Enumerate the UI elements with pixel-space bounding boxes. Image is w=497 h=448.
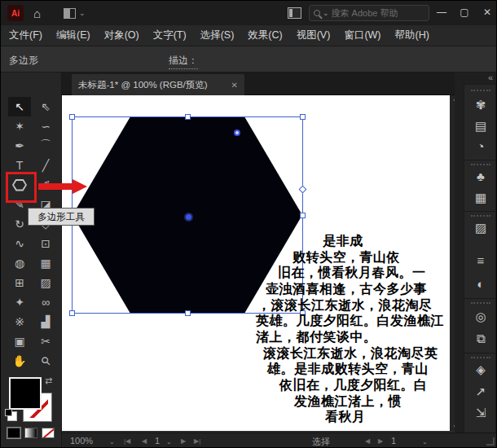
selection-tool[interactable]: ↖ xyxy=(8,97,31,116)
libraries-panel-icon[interactable]: ▤ xyxy=(464,119,497,134)
status-next-icon[interactable]: ▶ xyxy=(378,437,383,445)
search-placeholder: 搜索 Adobe 帮助 xyxy=(332,7,398,20)
next-artboard-icon[interactable]: ▶ xyxy=(181,437,186,445)
document-tab[interactable]: 未标题-1* @ 100% (RGB/预览) ✕ xyxy=(72,74,244,95)
home-icon[interactable]: ⌂ xyxy=(33,7,41,20)
hand-tool[interactable]: ✋ xyxy=(8,351,31,371)
magic-wand-tool[interactable]: ✶ xyxy=(8,116,31,136)
panel-group-grip[interactable] xyxy=(471,90,490,91)
menu-help[interactable]: 帮助(H) xyxy=(395,29,429,42)
status-prev-icon[interactable]: ◀ xyxy=(365,437,370,445)
stroke-weight-label[interactable]: 描边： xyxy=(169,54,198,69)
perspective-grid-tool[interactable]: ▦ xyxy=(34,253,57,273)
collapse-panels-icon[interactable]: « xyxy=(488,72,493,82)
menu-edit[interactable]: 编辑(E) xyxy=(56,29,90,42)
resize-grip[interactable] xyxy=(486,437,495,446)
poem-line: 壶浊酒喜相逢，古今多少事 xyxy=(266,281,427,296)
tab-close-icon[interactable]: ✕ xyxy=(231,81,238,90)
zoom-tool[interactable]: ⚲ xyxy=(34,351,57,371)
search-input[interactable]: ⌄ 搜索 Adobe 帮助 xyxy=(309,5,429,21)
workspace-switcher[interactable]: ⌄ xyxy=(64,8,86,19)
swap-fill-stroke-icon[interactable]: ⇄ xyxy=(45,376,52,386)
maximize-button[interactable]: ▢ xyxy=(454,1,475,24)
workspace-icon xyxy=(64,8,76,19)
poem-line: 渚上，都付笑谈中。 xyxy=(256,329,377,345)
app-logo-icon: Ai xyxy=(7,5,24,21)
blend-tool[interactable]: ∞ xyxy=(34,292,57,312)
menu-select[interactable]: 选择(S) xyxy=(200,29,235,42)
chevron-down-icon[interactable]: ⌄ xyxy=(166,438,172,446)
export-panel-icon[interactable]: ↗ xyxy=(464,384,497,399)
handle-top-left[interactable] xyxy=(69,114,75,120)
asset-export-panel-icon[interactable]: ⇲ xyxy=(464,406,497,420)
stroke-panel-icon[interactable]: ≡ xyxy=(464,253,497,267)
close-button[interactable]: ✕ xyxy=(477,1,497,24)
curvature-tool[interactable]: ⌒ xyxy=(34,136,57,156)
artboards-panel-icon[interactable]: ⧉ xyxy=(464,332,497,346)
handle-top-center[interactable] xyxy=(185,114,191,120)
zoom-level-value[interactable]: 100% xyxy=(70,436,93,446)
slice-tool[interactable]: ✂ xyxy=(34,332,57,351)
appearance-panel-icon[interactable]: ◎ xyxy=(464,310,497,324)
handle-top-right[interactable] xyxy=(300,114,306,120)
panel-divider xyxy=(464,160,497,160)
swatches-panel-icon[interactable]: ▦ xyxy=(464,191,497,205)
color-guide-panel-icon[interactable]: ◔ xyxy=(464,139,497,153)
status-value[interactable]: 1 xyxy=(391,436,396,446)
poem-line: 旧在，惯看秋月春风。一 xyxy=(278,265,426,280)
side-count-widget[interactable] xyxy=(299,186,307,194)
symbol-sprayer-tool[interactable]: ※ xyxy=(8,312,31,332)
menu-window[interactable]: 窗口(W) xyxy=(344,29,380,42)
panel-group-grip[interactable] xyxy=(471,215,490,217)
direct-selection-tool[interactable]: ⇖ xyxy=(34,97,57,116)
pen-tool[interactable]: ✒ xyxy=(8,136,31,156)
poem-line: 发渔樵江渚上，惯 xyxy=(294,393,402,409)
eyedropper-tool[interactable]: ✦ xyxy=(8,292,31,312)
tool-grid: ↖ ⇖ ✶ ∽ ✒ ⌒ T ╱ ✐ ✎ ◪ ↻ ◇ ∿ ⊡ ◍ ▦ ⊞ ▨ ✦ … xyxy=(8,97,57,371)
layers-panel-icon[interactable]: ◈ xyxy=(464,362,497,377)
options-bar: 多边形 ⌄ ⌄ 描边： ⌃ ⌄ ⌄ ⌄ ∷ ⋮P ⌄ ≣ xyxy=(1,46,497,72)
poem-line: 依旧在，几度夕阳红。白 xyxy=(279,377,428,393)
chevron-down-icon[interactable]: ⌄ xyxy=(422,438,428,446)
poem-line: 雄。是非成败转头空，青山 xyxy=(267,361,429,376)
panel-icon-well: ✾ ▤ ◔ ♣ ▦ ▨ ≡ ◐ ◎ ⧉ ◈ ↗ ⇲ xyxy=(464,84,496,442)
column-graph-tool[interactable]: ▟ xyxy=(34,312,57,332)
symbols-panel-icon[interactable]: ♣ xyxy=(464,169,497,183)
menu-effect[interactable]: 效果(C) xyxy=(248,29,282,42)
transparency-panel-icon[interactable]: ◐ xyxy=(464,277,497,291)
menu-object[interactable]: 对象(O) xyxy=(104,29,139,42)
first-artboard-icon[interactable]: |◀ xyxy=(124,437,130,445)
panel-group-grip[interactable] xyxy=(471,164,490,165)
fill-color-indicator[interactable] xyxy=(9,377,42,410)
mesh-tool[interactable]: ⊞ xyxy=(8,273,31,292)
gradient-mode-button[interactable] xyxy=(24,428,37,438)
handle-bottom-left[interactable] xyxy=(69,310,75,316)
color-panel-icon[interactable]: ✾ xyxy=(464,98,497,112)
lasso-tool[interactable]: ∽ xyxy=(34,116,57,136)
chevron-down-icon[interactable]: ⌄ xyxy=(109,438,115,446)
handle-bottom-center[interactable] xyxy=(185,310,191,316)
panel-group-grip[interactable] xyxy=(471,302,490,304)
free-transform-tool[interactable]: ⊡ xyxy=(34,234,57,253)
panel-group-grip[interactable] xyxy=(471,357,490,358)
shape-builder-tool[interactable]: ◍ xyxy=(8,253,31,273)
artboard-tool[interactable]: ▣ xyxy=(8,332,31,351)
previous-artboard-icon[interactable]: ◀ xyxy=(142,437,147,445)
handle-middle-right[interactable] xyxy=(300,213,306,218)
last-artboard-icon[interactable]: ▶| xyxy=(194,437,200,445)
width-tool[interactable]: ∿ xyxy=(8,234,31,253)
line-segment-tool[interactable]: ╱ xyxy=(34,156,57,175)
none-mode-button[interactable] xyxy=(42,428,55,438)
gradient-panel-icon[interactable]: ▨ xyxy=(464,221,497,235)
artboard-number-value[interactable]: 1 xyxy=(155,436,160,446)
menu-file[interactable]: 文件(F) xyxy=(9,29,42,42)
artboard-canvas[interactable]: 是非成 败转头空，青山依 旧在，惯看秋月春风。一 壶浊酒喜相逢，古今多少事 ，滚… xyxy=(62,95,450,431)
gradient-tool[interactable]: ▨ xyxy=(34,273,57,292)
default-fill-stroke-icon[interactable] xyxy=(7,411,17,421)
arrange-documents-icon[interactable] xyxy=(288,7,301,19)
minimize-button[interactable]: — xyxy=(431,1,452,24)
menu-view[interactable]: 视图(V) xyxy=(297,29,331,42)
menu-type[interactable]: 文字(T) xyxy=(153,29,187,42)
corner-radius-widget[interactable] xyxy=(234,130,240,136)
color-mode-button[interactable] xyxy=(7,428,20,438)
